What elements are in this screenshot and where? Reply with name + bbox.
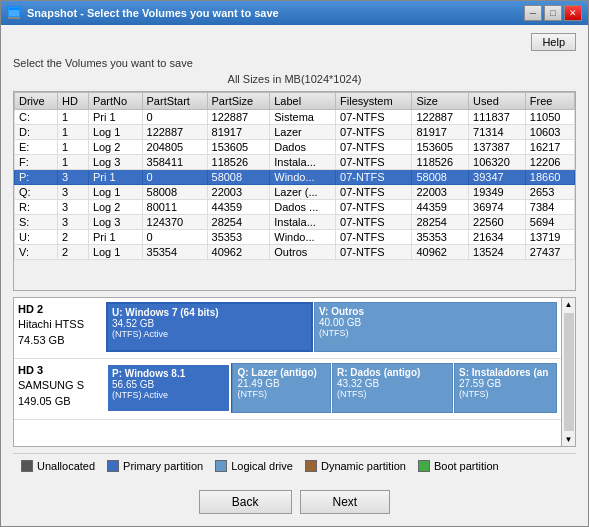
cell-hd: 1 bbox=[58, 125, 89, 140]
cell-size: 122887 bbox=[412, 110, 469, 125]
cell-hd: 3 bbox=[58, 200, 89, 215]
cell-free: 16217 bbox=[525, 140, 574, 155]
volumes-table: Drive HD PartNo PartStart PartSize Label… bbox=[14, 92, 575, 260]
cell-hd: 1 bbox=[58, 140, 89, 155]
hd3-bar-row: P: Windows 8.1 56.65 GB (NTFS) Active Q:… bbox=[106, 363, 557, 413]
cell-filesystem: 07-NTFS bbox=[336, 125, 412, 140]
minimize-button[interactable]: ─ bbox=[524, 5, 542, 21]
next-button[interactable]: Next bbox=[300, 490, 391, 514]
table-row[interactable]: C:1Pri 10122887Sistema07-NTFS12288711183… bbox=[15, 110, 575, 125]
back-button[interactable]: Back bbox=[199, 490, 292, 514]
cell-label: Windo... bbox=[270, 230, 336, 245]
cell-partno: Log 2 bbox=[88, 200, 142, 215]
cell-partsize: 40962 bbox=[207, 245, 270, 260]
scroll-down[interactable]: ▼ bbox=[563, 433, 575, 446]
cell-partsize: 35353 bbox=[207, 230, 270, 245]
col-hd: HD bbox=[58, 93, 89, 110]
hd3-seg-p[interactable]: P: Windows 8.1 56.65 GB (NTFS) Active bbox=[106, 363, 231, 413]
table-header-row: Drive HD PartNo PartStart PartSize Label… bbox=[15, 93, 575, 110]
cell-partstart: 204805 bbox=[142, 140, 207, 155]
close-button[interactable]: ✕ bbox=[564, 5, 582, 21]
cell-label: Instala... bbox=[270, 215, 336, 230]
hd3-seg-q[interactable]: Q: Lazer (antigo) 21.49 GB (NTFS) bbox=[232, 363, 331, 413]
table-row[interactable]: E:1Log 2204805153605Dados07-NTFS15360513… bbox=[15, 140, 575, 155]
hd3-seg-r[interactable]: R: Dados (antigo) 43.32 GB (NTFS) bbox=[332, 363, 453, 413]
cell-label: Outros bbox=[270, 245, 336, 260]
cell-drive: R: bbox=[15, 200, 58, 215]
cell-used: 111837 bbox=[469, 110, 526, 125]
cell-size: 22003 bbox=[412, 185, 469, 200]
cell-label: Lazer bbox=[270, 125, 336, 140]
maximize-button[interactable]: □ bbox=[544, 5, 562, 21]
legend-dynamic-label: Dynamic partition bbox=[321, 460, 406, 472]
cell-partsize: 58008 bbox=[207, 170, 270, 185]
col-filesystem: Filesystem bbox=[336, 93, 412, 110]
cell-free: 27437 bbox=[525, 245, 574, 260]
cell-partstart: 0 bbox=[142, 110, 207, 125]
cell-partsize: 81917 bbox=[207, 125, 270, 140]
cell-free: 5694 bbox=[525, 215, 574, 230]
hd2-section: HD 2 Hitachi HTSS 74.53 GB U: Windows 7 … bbox=[14, 298, 561, 359]
cell-filesystem: 07-NTFS bbox=[336, 185, 412, 200]
table-row[interactable]: P:3Pri 1058008Windo...07-NTFS58008393471… bbox=[15, 170, 575, 185]
table-row[interactable]: D:1Log 112288781917Lazer07-NTFS819177131… bbox=[15, 125, 575, 140]
table-row[interactable]: R:3Log 28001144359Dados ...07-NTFS443593… bbox=[15, 200, 575, 215]
legend-boot-box bbox=[418, 460, 430, 472]
cell-drive: U: bbox=[15, 230, 58, 245]
hd3-seg-s[interactable]: S: Instaladores (an 27.59 GB (NTFS) bbox=[454, 363, 557, 413]
hd3-header: HD 3 SAMSUNG S 149.05 GB P: Windows 8.1 … bbox=[18, 363, 557, 415]
hd2-seg-u[interactable]: U: Windows 7 (64 bits) 34.52 GB (NTFS) A… bbox=[106, 302, 313, 352]
cell-filesystem: 07-NTFS bbox=[336, 215, 412, 230]
cell-used: 13524 bbox=[469, 245, 526, 260]
cell-size: 58008 bbox=[412, 170, 469, 185]
cell-partsize: 22003 bbox=[207, 185, 270, 200]
cell-free: 12206 bbox=[525, 155, 574, 170]
legend-primary: Primary partition bbox=[107, 460, 203, 472]
hd2-seg-v[interactable]: V: Outros 40.00 GB (NTFS) bbox=[314, 302, 557, 352]
cell-partno: Pri 1 bbox=[88, 110, 142, 125]
cell-drive: F: bbox=[15, 155, 58, 170]
cell-filesystem: 07-NTFS bbox=[336, 110, 412, 125]
scrollbar[interactable]: ▲ ▼ bbox=[562, 297, 576, 447]
cell-used: 19349 bbox=[469, 185, 526, 200]
cell-partstart: 0 bbox=[142, 230, 207, 245]
cell-partstart: 358411 bbox=[142, 155, 207, 170]
hd3-name: HD 3 bbox=[18, 363, 98, 378]
cell-partsize: 122887 bbox=[207, 110, 270, 125]
cell-hd: 3 bbox=[58, 215, 89, 230]
table-row[interactable]: F:1Log 3358411118526Instala...07-NTFS118… bbox=[15, 155, 575, 170]
legend-unallocated-box bbox=[21, 460, 33, 472]
hd3-section: HD 3 SAMSUNG S 149.05 GB P: Windows 8.1 … bbox=[14, 359, 561, 420]
legend-logical: Logical drive bbox=[215, 460, 293, 472]
table-row[interactable]: V:2Log 13535440962Outros07-NTFS409621352… bbox=[15, 245, 575, 260]
legend-dynamic-box bbox=[305, 460, 317, 472]
legend-row: Unallocated Primary partition Logical dr… bbox=[13, 453, 576, 478]
scroll-up[interactable]: ▲ bbox=[563, 298, 575, 311]
cell-size: 118526 bbox=[412, 155, 469, 170]
table-row[interactable]: S:3Log 312437028254Instala...07-NTFS2825… bbox=[15, 215, 575, 230]
scroll-track bbox=[564, 313, 574, 431]
main-window: Snapshot - Select the Volumes you want t… bbox=[0, 0, 589, 527]
cell-filesystem: 07-NTFS bbox=[336, 245, 412, 260]
cell-label: Sistema bbox=[270, 110, 336, 125]
cell-filesystem: 07-NTFS bbox=[336, 200, 412, 215]
window-icon bbox=[7, 6, 21, 20]
volumes-table-container[interactable]: Drive HD PartNo PartStart PartSize Label… bbox=[13, 91, 576, 291]
cell-partsize: 44359 bbox=[207, 200, 270, 215]
table-row[interactable]: U:2Pri 1035353Windo...07-NTFS35353216341… bbox=[15, 230, 575, 245]
cell-partsize: 153605 bbox=[207, 140, 270, 155]
cell-filesystem: 07-NTFS bbox=[336, 140, 412, 155]
title-bar: Snapshot - Select the Volumes you want t… bbox=[1, 1, 588, 25]
cell-size: 35353 bbox=[412, 230, 469, 245]
cell-used: 36974 bbox=[469, 200, 526, 215]
cell-free: 18660 bbox=[525, 170, 574, 185]
table-row[interactable]: Q:3Log 15800822003Lazer (...07-NTFS22003… bbox=[15, 185, 575, 200]
main-content: Help Select the Volumes you want to save… bbox=[1, 25, 588, 526]
cell-partsize: 118526 bbox=[207, 155, 270, 170]
cell-used: 22560 bbox=[469, 215, 526, 230]
disk-visual-container[interactable]: HD 2 Hitachi HTSS 74.53 GB U: Windows 7 … bbox=[13, 297, 562, 447]
cell-partstart: 122887 bbox=[142, 125, 207, 140]
help-button[interactable]: Help bbox=[531, 33, 576, 51]
cell-hd: 2 bbox=[58, 230, 89, 245]
buttons-row: Back Next bbox=[13, 484, 576, 518]
